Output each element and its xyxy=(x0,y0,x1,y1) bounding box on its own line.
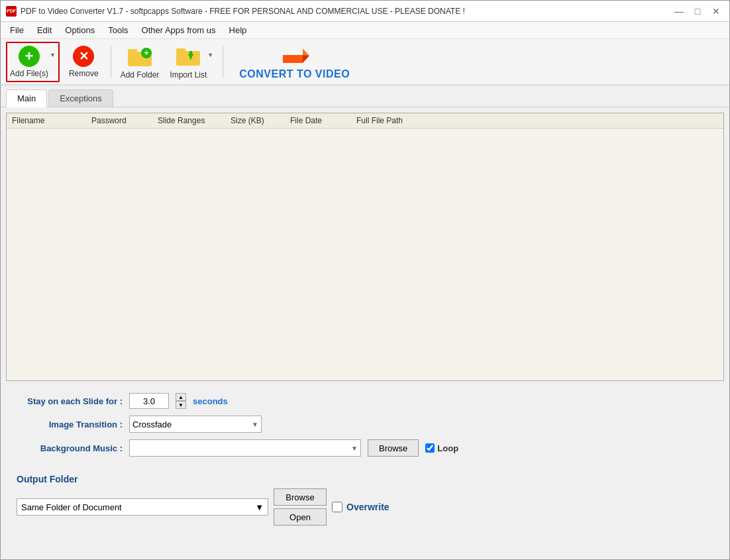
col-slide-ranges: Slide Ranges xyxy=(152,113,225,129)
svg-rect-1 xyxy=(128,49,137,55)
app-window: PDF PDF to Video Converter V1.7 - softpc… xyxy=(0,0,730,560)
transition-dropdown-arrow: ▼ xyxy=(252,421,258,428)
music-label: Background Music : xyxy=(17,443,123,453)
tab-main[interactable]: Main xyxy=(6,89,47,107)
menu-edit[interactable]: Edit xyxy=(30,23,58,37)
svg-marker-10 xyxy=(303,55,309,63)
overwrite-area: Overwrite xyxy=(332,502,390,512)
toolbar: + Add File(s) ▼ ✕ Remove xyxy=(1,39,729,85)
svg-rect-7 xyxy=(189,51,192,56)
menu-other-apps[interactable]: Other Apps from us xyxy=(135,23,223,37)
add-folder-button[interactable]: + Add Folder xyxy=(117,42,164,82)
add-files-label: Add File(s) xyxy=(10,69,48,78)
loop-label: Loop xyxy=(437,443,458,453)
remove-icon: ✕ xyxy=(73,46,94,67)
loop-checkbox[interactable] xyxy=(425,443,435,453)
file-table-body[interactable] xyxy=(7,129,723,380)
minimize-button[interactable]: — xyxy=(671,3,687,19)
output-folder-dropdown[interactable]: Same Folder of Document ▼ xyxy=(17,498,268,516)
transition-value: Crossfade xyxy=(132,420,172,429)
svg-rect-5 xyxy=(176,48,185,54)
overwrite-checkbox[interactable] xyxy=(332,502,342,512)
tab-exceptions[interactable]: Exceptions xyxy=(48,89,113,107)
tabs-bar: Main Exceptions xyxy=(1,85,729,107)
output-open-button[interactable]: Open xyxy=(274,508,327,526)
output-folder-dropdown-arrow: ▼ xyxy=(255,502,264,512)
col-size: Size (KB) xyxy=(225,113,285,129)
music-dropdown-arrow: ▼ xyxy=(351,445,358,452)
image-transition-row: Image Transition : Crossfade ▼ xyxy=(17,416,713,433)
stay-spinners: ▲ ▼ xyxy=(176,393,186,409)
app-title: PDF to Video Converter V1.7 - softpcapps… xyxy=(21,7,465,16)
svg-text:+: + xyxy=(144,48,148,58)
import-list-label: Import List xyxy=(170,70,207,80)
title-controls: — □ ✕ xyxy=(671,3,724,19)
svg-marker-9 xyxy=(283,55,303,63)
stay-decrement[interactable]: ▼ xyxy=(176,401,186,409)
transition-label: Image Transition : xyxy=(17,420,123,429)
title-bar-left: PDF PDF to Video Converter V1.7 - softpc… xyxy=(6,6,465,17)
menu-tools[interactable]: Tools xyxy=(101,23,134,37)
seconds-label: seconds xyxy=(193,396,228,406)
col-full-path: Full File Path xyxy=(351,113,723,129)
settings-area: Stay on each Slide for : ▲ ▼ seconds Ima… xyxy=(6,388,724,469)
col-password: Password xyxy=(86,113,152,129)
music-dropdown[interactable]: ▼ xyxy=(129,439,361,457)
menu-options[interactable]: Options xyxy=(58,23,101,37)
background-music-row: Background Music : ▼ Browse Loop xyxy=(17,439,713,457)
stay-increment[interactable]: ▲ xyxy=(176,393,186,401)
loop-area: Loop xyxy=(425,443,458,453)
overwrite-label: Overwrite xyxy=(346,502,390,512)
stay-on-slide-row: Stay on each Slide for : ▲ ▼ seconds xyxy=(17,393,713,409)
add-folder-label: Add Folder xyxy=(121,70,160,80)
toolbar-separator-2 xyxy=(223,45,223,78)
output-row: Same Folder of Document ▼ Browse Open Ov… xyxy=(17,488,713,526)
main-content: Filename Password Slide Ranges Size (KB)… xyxy=(1,107,729,559)
music-browse-button[interactable]: Browse xyxy=(368,439,419,457)
output-folder-value: Same Folder of Document xyxy=(21,502,122,512)
add-folder-icon: + xyxy=(128,46,152,66)
output-buttons: Browse Open xyxy=(274,488,327,526)
convert-icon xyxy=(280,43,309,68)
menu-help[interactable]: Help xyxy=(223,23,254,37)
convert-to-video-label: CONVERT TO VIDEO xyxy=(239,68,350,80)
toolbar-separator-1 xyxy=(111,45,111,78)
remove-button[interactable]: ✕ Remove xyxy=(62,43,105,81)
stay-value-input[interactable] xyxy=(129,393,169,409)
maximize-button[interactable]: □ xyxy=(690,3,705,19)
file-table: Filename Password Slide Ranges Size (KB)… xyxy=(7,113,723,129)
output-browse-button[interactable]: Browse xyxy=(274,488,327,506)
transition-dropdown[interactable]: Crossfade ▼ xyxy=(129,416,262,433)
file-table-container: Filename Password Slide Ranges Size (KB)… xyxy=(6,113,724,381)
stay-label: Stay on each Slide for : xyxy=(17,396,123,406)
remove-label: Remove xyxy=(69,69,99,78)
output-section: Output Folder Same Folder of Document ▼ … xyxy=(6,469,724,531)
add-icon: + xyxy=(19,46,40,67)
menu-bar: File Edit Options Tools Other Apps from … xyxy=(1,22,729,39)
import-list-button[interactable]: Import List ▼ xyxy=(166,42,217,82)
convert-to-video-button[interactable]: CONVERT TO VIDEO xyxy=(229,40,360,83)
col-filename: Filename xyxy=(7,113,86,129)
import-list-icon xyxy=(176,46,200,67)
menu-file[interactable]: File xyxy=(3,23,30,37)
col-file-date: File Date xyxy=(285,113,351,129)
title-bar: PDF PDF to Video Converter V1.7 - softpc… xyxy=(1,1,729,22)
output-folder-title: Output Folder xyxy=(17,474,713,484)
add-files-button[interactable]: + Add File(s) ▼ xyxy=(6,42,60,82)
close-button[interactable]: ✕ xyxy=(708,3,724,19)
app-icon: PDF xyxy=(6,6,17,17)
